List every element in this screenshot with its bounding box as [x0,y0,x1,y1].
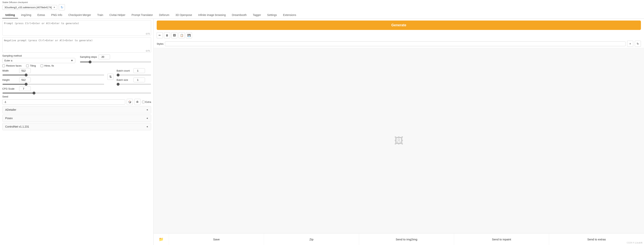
tab-dreambooth[interactable]: Dreambooth [229,12,250,18]
width-label: Width [2,69,18,72]
tab-prompt-translator[interactable]: Prompt Translator [128,12,156,18]
save-image-button[interactable]: Save [169,234,264,245]
image-icon: 🖼 [173,34,176,37]
styles-input[interactable] [165,41,626,46]
tab-checkpoint-merger[interactable]: Checkpoint Merger [65,12,94,18]
restore-faces-input[interactable] [2,64,5,67]
tab-train[interactable]: Train [94,12,106,18]
controlnet-arrow-icon: ◄ [146,125,148,128]
sampling-method-value: Euler a [4,59,12,62]
seed-label: Seed [2,95,8,98]
swap-icon: ⇅ [109,75,112,79]
batch-count-input[interactable] [134,68,145,73]
height-input[interactable] [19,77,31,82]
tiling-checkbox[interactable]: Tiling [26,64,36,67]
copy-button[interactable]: 📋 [178,32,185,38]
send-to-inpaint-button[interactable]: Send to inpaint [454,234,549,245]
tab-extras[interactable]: Extras [34,12,48,18]
refresh-icon: ↻ [61,5,63,9]
apply-style-button[interactable]: ✏ [157,32,163,38]
width-input[interactable] [19,68,31,73]
width-slider[interactable] [2,75,104,75]
tab-deforum[interactable]: Deforum [156,12,172,18]
open-folder-button[interactable]: 📁 [154,234,169,245]
dice-icon: 🎲 [128,100,131,103]
right-wrapper: Generate ✏ 🗑 🖼 📋 [154,19,644,245]
nav-tabs: txt2img img2img Extras PNG Info Checkpoi… [0,12,644,19]
seed-input[interactable] [2,99,125,105]
width-row: Width [2,68,104,76]
restore-faces-checkbox[interactable]: Restore faces [2,64,22,67]
controlnet-header[interactable]: ControlNet v1.1.231 ◄ [2,123,151,130]
controlnet-label: ControlNet v1.1.231 [5,125,29,128]
chevron-down-icon: ▼ [53,6,55,8]
image-button[interactable]: 🖼 [171,32,178,38]
styles-row: Styles × ↻ [157,41,641,47]
tab-3d-openpose[interactable]: 3D Openpose [172,12,195,18]
tab-extensions[interactable]: Extensions [280,12,299,18]
zip-button[interactable]: Zip [264,234,359,245]
posex-accordion: Posex ◄ [2,115,151,122]
checkpoint-label: Stable Diffusion checkpoint [2,1,642,3]
swap-dimensions-button[interactable]: ⇅ [107,74,114,80]
batch-size-row: Batch size [116,77,151,85]
tab-img2img[interactable]: img2img [18,12,34,18]
posex-arrow-icon: ◄ [146,117,148,120]
tab-png-info[interactable]: PNG Info [48,12,65,18]
sampling-steps-slider[interactable] [80,62,151,62]
height-row: Height [2,77,104,85]
tab-tagger[interactable]: Tagger [250,12,264,18]
hires-fix-input[interactable] [40,64,43,67]
styles-refresh-button[interactable]: ↻ [635,41,641,47]
posex-header[interactable]: Posex ◄ [2,115,151,122]
adetailer-header[interactable]: ADetailer ◄ [2,106,151,113]
sampling-method-col: Sampling method Euler a ▼ [2,54,75,63]
tiling-input[interactable] [26,64,29,67]
sampling-row: Sampling method Euler a ▼ Sampling steps [2,54,151,63]
sampling-steps-label: Sampling steps [80,55,97,58]
posex-label: Posex [5,117,13,120]
checkpoint-refresh-button[interactable]: ↻ [59,4,65,10]
height-label: Height [2,78,18,81]
batch-count-row: Batch count [116,68,151,76]
cfg-scale-input[interactable] [19,86,31,91]
batch-col: Batch count Batch size [116,68,151,85]
extra-checkbox[interactable]: Extra [142,101,151,103]
seed-recycle-button[interactable]: ♻ [134,99,140,105]
checkpoint-dropdown[interactable]: 3Guofeng3_v33.safetensors [4078eb4174] ▼ [2,5,57,10]
wh-batch-row: Width Height ⇅ [2,68,151,85]
negative-prompt-section: 0/75 [2,37,151,53]
checkpoint-value: 3Guofeng3_v33.safetensors [4078eb4174] [4,6,52,9]
generate-button[interactable]: Generate [157,20,641,30]
cfg-scale-slider[interactable] [2,93,151,93]
prompt-input[interactable] [2,20,151,35]
seed-dice-button[interactable]: 🎲 [127,99,133,105]
tab-infinite-image-browsing[interactable]: Infinite image browsing [195,12,229,18]
negative-prompt-input[interactable] [2,37,151,52]
tab-civitai-helper[interactable]: Civitai Helper [106,12,128,18]
prompt-token-count: 0/75 [146,33,150,35]
styles-clear-button[interactable]: × [627,41,633,47]
checkboxes-row: Restore faces Tiling Hires. fix [2,64,151,67]
save-button[interactable]: 💾 [186,32,192,38]
tab-txt2img[interactable]: txt2img [2,12,18,18]
trash-button[interactable]: 🗑 [164,32,170,38]
cfg-scale-row: CFG Scale [2,86,151,94]
styles-refresh-icon: ↻ [637,42,639,45]
batch-size-input[interactable] [134,77,145,82]
sampling-steps-col: Sampling steps [80,54,151,63]
batch-count-slider[interactable] [116,75,151,75]
hires-fix-checkbox[interactable]: Hires. fix [40,64,54,67]
extra-input[interactable] [142,101,144,103]
send-to-img2img-button[interactable]: Send to img2img [359,234,454,245]
sampling-method-dropdown[interactable]: Euler a ▼ [2,58,75,63]
tab-settings[interactable]: Settings [264,12,280,18]
folder-icon: 📁 [159,237,164,241]
sampling-steps-input[interactable] [98,54,110,59]
cfg-scale-label: CFG Scale [2,87,18,90]
image-placeholder-icon: 🖼 [394,135,404,146]
height-slider[interactable] [2,84,104,85]
batch-size-slider[interactable] [116,84,151,85]
prompt-section: 0/75 [2,20,151,36]
image-area: 🖼 [154,48,644,233]
